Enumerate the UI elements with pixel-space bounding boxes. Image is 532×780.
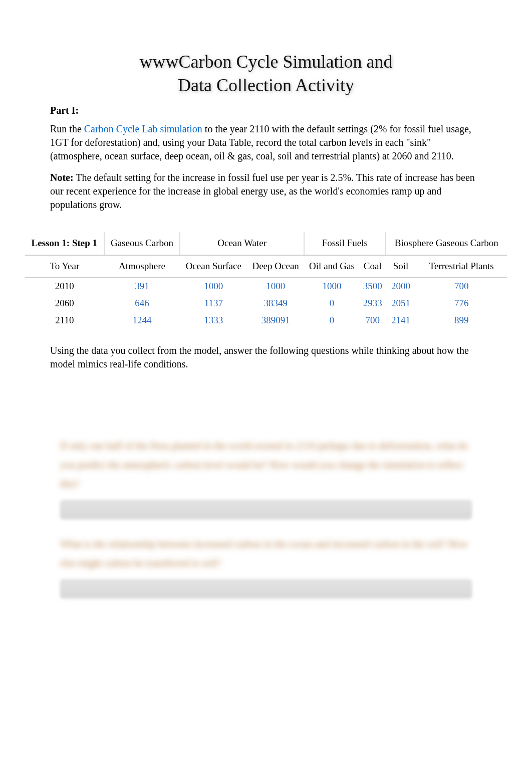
data-cell: 2051 [386,295,416,312]
data-cell: 776 [416,295,507,312]
data-cell: 1000 [180,277,247,295]
data-cell: 0 [304,295,360,312]
question-item: If only one half of the flora planted in… [60,436,472,519]
data-cell: 0 [304,312,360,329]
answer-box [60,500,472,519]
note-label: Note: [50,172,74,183]
simulation-link[interactable]: Carbon Cycle Lab simulation [84,123,202,134]
part-label: Part I: [50,105,482,116]
data-cell: 2141 [386,312,416,329]
data-cell: 2933 [360,295,386,312]
year-cell: 2110 [25,312,104,329]
year-cell: 2060 [25,295,104,312]
page-title: wwwCarbon Cycle Simulation and Data Coll… [35,50,497,97]
content-block: Part I: Run the Carbon Cycle Lab simulat… [35,105,497,212]
below-table-text: Using the data you collect from the mode… [35,339,497,376]
intro-before-link: Run the [50,123,84,134]
table-subheader-row: To Year Atmosphere Ocean Surface Deep Oc… [25,255,507,277]
data-cell: 899 [416,312,507,329]
data-cell: 1333 [180,312,247,329]
table-row: 2060 646 1137 38349 0 2933 2051 776 [25,295,507,312]
question-text: If only one half of the flora planted in… [60,436,472,493]
title-line-1: wwwCarbon Cycle Simulation and [140,52,393,72]
data-cell: 646 [104,295,180,312]
year-cell: 2010 [25,277,104,295]
data-cell: 38349 [247,295,304,312]
sub-year: To Year [25,255,104,277]
sub-ocean-surface: Ocean Surface [180,255,247,277]
sub-coal: Coal [360,255,386,277]
answer-box [60,579,472,599]
sub-soil: Soil [386,255,416,277]
data-cell: 391 [104,277,180,295]
data-cell: 700 [416,277,507,295]
intro-paragraph: Run the Carbon Cycle Lab simulation to t… [50,122,482,163]
group-ocean: Ocean Water [180,232,304,255]
table-corner: Lesson 1: Step 1 [25,232,104,255]
data-cell: 700 [360,312,386,329]
questions-block: If only one half of the flora planted in… [35,436,497,599]
data-cell: 1244 [104,312,180,329]
table-row: 2010 391 1000 1000 1000 3500 2000 700 [25,277,507,295]
sub-deep-ocean: Deep Ocean [247,255,304,277]
group-fossil: Fossil Fuels [304,232,386,255]
question-item: What is the relationship between increas… [60,534,472,599]
data-cell: 1137 [180,295,247,312]
title-line-2: Data Collection Activity [178,75,354,95]
note-text: The default setting for the increase in … [50,172,475,210]
data-cell: 389091 [247,312,304,329]
note-paragraph: Note: The default setting for the increa… [50,171,482,212]
page-container: wwwCarbon Cycle Simulation and Data Coll… [0,0,532,644]
data-table-wrap: Lesson 1: Step 1 Gaseous Carbon Ocean Wa… [25,232,507,329]
table-header-row: Lesson 1: Step 1 Gaseous Carbon Ocean Wa… [25,232,507,255]
sub-atmosphere: Atmosphere [104,255,180,277]
data-cell: 3500 [360,277,386,295]
group-gaseous: Gaseous Carbon [104,232,180,255]
question-text: What is the relationship between increas… [60,534,472,572]
table-row: 2110 1244 1333 389091 0 700 2141 899 [25,312,507,329]
data-cell: 2000 [386,277,416,295]
data-cell: 1000 [304,277,360,295]
group-biosphere: Biosphere Gaseous Carbon [386,232,507,255]
sub-terrestrial: Terrestrial Plants [416,255,507,277]
data-cell: 1000 [247,277,304,295]
sub-oil-gas: Oil and Gas [304,255,360,277]
data-table: Lesson 1: Step 1 Gaseous Carbon Ocean Wa… [25,232,507,329]
